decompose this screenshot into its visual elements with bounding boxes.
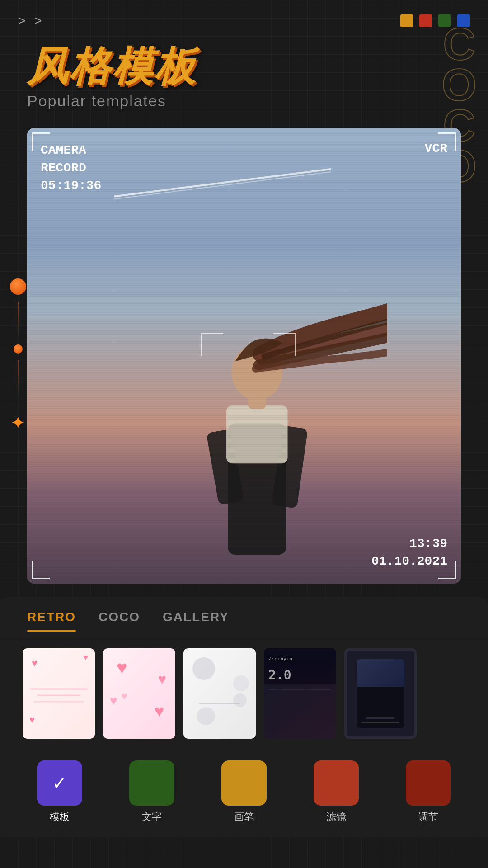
back-arrow[interactable]: >	[18, 14, 25, 28]
photo-card: CAMERA RECORD 05:19:36 VCR 13:39 01.10.2…	[27, 128, 461, 584]
tool-adjust-icon	[406, 760, 451, 806]
corner-bracket-tl	[32, 132, 50, 151]
color-yellow[interactable]	[400, 14, 413, 27]
coco-c1: C	[443, 24, 473, 64]
bottom-panel: RETRO COCO GALLERY ♥ ♥ ♥ ♥ ♥ ♥ ♥ ♥	[0, 597, 488, 837]
tool-text[interactable]: 文字	[129, 760, 174, 824]
top-bar: > >	[0, 0, 488, 33]
vcr-top-left: CAMERA RECORD 05:19:36	[41, 142, 101, 195]
template-thumb-3[interactable]	[183, 648, 256, 739]
tool-adjust[interactable]: 调节	[406, 760, 451, 824]
tool-bar: ✓ 模板 文字 画笔 滤镜 调节	[0, 750, 488, 828]
templates-row: ♥ ♥ ♥ ♥ ♥ ♥ ♥ ♥	[0, 637, 488, 750]
tool-text-icon	[129, 760, 174, 806]
corner-bracket-bl	[32, 561, 50, 579]
tab-gallery[interactable]: GALLERY	[163, 610, 229, 628]
coco-o1: O	[441, 64, 474, 105]
tabs-row: RETRO COCO GALLERY	[0, 597, 488, 637]
tool-template-icon: ✓	[37, 760, 82, 806]
photo-card-container: CAMERA RECORD 05:19:36 VCR 13:39 01.10.2…	[0, 114, 488, 597]
vcr-camera-label: CAMERA	[41, 142, 101, 159]
tool-brush-icon	[221, 760, 267, 806]
tool-filter-icon	[314, 760, 359, 806]
tab-retro[interactable]: RETRO	[27, 610, 76, 628]
focus-bracket-tl	[201, 333, 223, 356]
corner-bracket-tr	[438, 132, 456, 151]
forward-arrow[interactable]: >	[34, 14, 42, 28]
vcr-timestamp: 05:19:36	[41, 177, 101, 194]
tool-template-label: 模板	[50, 810, 70, 824]
tool-text-label: 文字	[142, 810, 162, 824]
vcr-date: 01.10.2021	[371, 552, 447, 570]
person-silhouette	[127, 219, 387, 584]
check-icon: ✓	[52, 773, 67, 793]
tool-adjust-label: 调节	[418, 810, 438, 824]
tool-brush[interactable]: 画笔	[221, 760, 267, 824]
svg-rect-5	[226, 405, 287, 463]
vcr-time: 13:39	[371, 535, 447, 552]
tool-filter-label: 滤镜	[326, 810, 346, 824]
header-section: 风格模板 Popular templates C O C O	[0, 33, 488, 114]
tool-template[interactable]: ✓ 模板	[37, 760, 82, 824]
tool-filter[interactable]: 滤镜	[314, 760, 359, 824]
focus-bracket-tr	[273, 333, 296, 356]
vcr-bottom-right: 13:39 01.10.2021	[371, 535, 447, 570]
vcr-record-label: RECORD	[41, 159, 101, 177]
template-thumb-2[interactable]: ♥ ♥ ♥ ♥ ♥	[103, 648, 175, 739]
corner-bracket-br	[438, 561, 456, 579]
color-red[interactable]	[419, 14, 432, 27]
template-thumb-5[interactable]	[344, 648, 417, 739]
template-thumb-1[interactable]: ♥ ♥ ♥	[23, 648, 95, 739]
page-title-chinese: 风格模板	[27, 46, 461, 87]
tab-coco[interactable]: COCO	[99, 610, 140, 628]
template-thumb-4[interactable]: Z·pinyin 2.0	[264, 648, 336, 739]
page-title-english: Popular templates	[27, 92, 461, 110]
nav-arrows: > >	[18, 14, 42, 28]
tool-brush-label: 画笔	[234, 810, 254, 824]
